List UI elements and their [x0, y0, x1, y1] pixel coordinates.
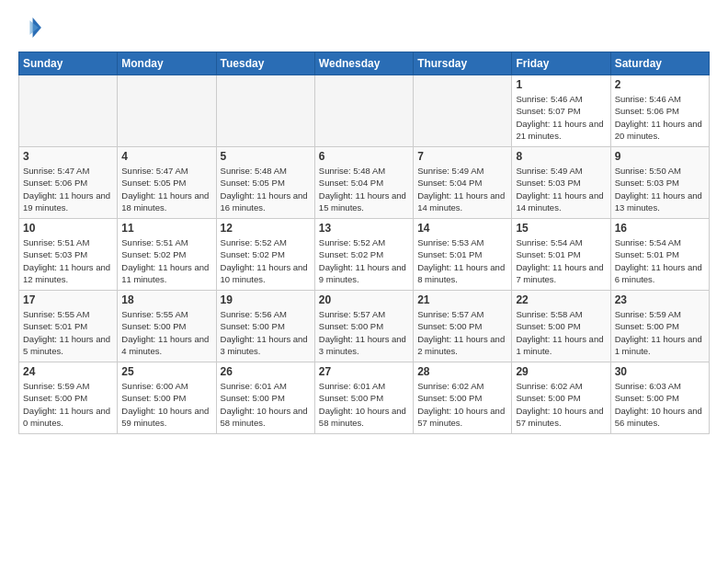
day-info: Sunrise: 6:02 AMSunset: 5:00 PMDaylight:… — [417, 380, 507, 429]
day-number: 28 — [417, 365, 507, 378]
day-info: Sunrise: 5:53 AMSunset: 5:01 PMDaylight:… — [417, 236, 507, 285]
calendar-day-cell: 26Sunrise: 6:01 AMSunset: 5:00 PMDayligh… — [216, 362, 314, 434]
day-number: 14 — [417, 222, 507, 235]
day-number: 8 — [516, 150, 606, 163]
day-info: Sunrise: 5:59 AMSunset: 5:00 PMDaylight:… — [23, 380, 113, 429]
day-info: Sunrise: 5:55 AMSunset: 5:01 PMDaylight:… — [23, 308, 113, 357]
day-number: 6 — [319, 150, 409, 163]
calendar-day-cell — [216, 75, 314, 147]
weekday-header: Friday — [512, 52, 610, 75]
day-number: 11 — [121, 222, 211, 235]
day-info: Sunrise: 6:01 AMSunset: 5:00 PMDaylight:… — [221, 380, 311, 429]
day-number: 10 — [23, 222, 113, 235]
calendar-day-cell: 8Sunrise: 5:49 AMSunset: 5:03 PMDaylight… — [512, 147, 610, 219]
calendar-day-cell: 14Sunrise: 5:53 AMSunset: 5:01 PMDayligh… — [414, 219, 512, 291]
calendar-day-cell: 22Sunrise: 5:58 AMSunset: 5:00 PMDayligh… — [512, 291, 610, 362]
calendar-day-cell: 21Sunrise: 5:57 AMSunset: 5:00 PMDayligh… — [414, 291, 512, 362]
calendar-day-cell: 28Sunrise: 6:02 AMSunset: 5:00 PMDayligh… — [414, 362, 512, 434]
day-number: 24 — [23, 365, 113, 378]
day-info: Sunrise: 5:51 AMSunset: 5:03 PMDaylight:… — [23, 236, 113, 285]
day-info: Sunrise: 5:55 AMSunset: 5:00 PMDaylight:… — [121, 308, 211, 357]
header — [18, 15, 710, 40]
day-info: Sunrise: 5:52 AMSunset: 5:02 PMDaylight:… — [319, 236, 409, 285]
calendar-week-row: 1Sunrise: 5:46 AMSunset: 5:07 PMDaylight… — [19, 75, 710, 147]
calendar-day-cell: 27Sunrise: 6:01 AMSunset: 5:00 PMDayligh… — [314, 362, 413, 434]
day-info: Sunrise: 5:57 AMSunset: 5:00 PMDaylight:… — [319, 308, 409, 357]
calendar-day-cell: 11Sunrise: 5:51 AMSunset: 5:02 PMDayligh… — [118, 219, 216, 291]
calendar-day-cell: 13Sunrise: 5:52 AMSunset: 5:02 PMDayligh… — [314, 219, 413, 291]
day-number: 29 — [516, 365, 606, 378]
page: SundayMondayTuesdayWednesdayThursdayFrid… — [0, 0, 728, 443]
day-info: Sunrise: 5:48 AMSunset: 5:05 PMDaylight:… — [221, 165, 311, 213]
day-info: Sunrise: 5:47 AMSunset: 5:05 PMDaylight:… — [121, 165, 211, 213]
day-info: Sunrise: 5:49 AMSunset: 5:04 PMDaylight:… — [417, 165, 507, 213]
calendar-day-cell: 29Sunrise: 6:02 AMSunset: 5:00 PMDayligh… — [512, 362, 610, 434]
calendar-day-cell: 2Sunrise: 5:46 AMSunset: 5:06 PMDaylight… — [610, 75, 709, 147]
day-info: Sunrise: 5:52 AMSunset: 5:02 PMDaylight:… — [221, 236, 311, 285]
day-number: 30 — [615, 365, 705, 378]
day-info: Sunrise: 6:02 AMSunset: 5:00 PMDaylight:… — [516, 380, 606, 429]
day-info: Sunrise: 5:46 AMSunset: 5:06 PMDaylight:… — [615, 93, 705, 142]
day-info: Sunrise: 5:50 AMSunset: 5:03 PMDaylight:… — [615, 165, 705, 213]
calendar-week-row: 24Sunrise: 5:59 AMSunset: 5:00 PMDayligh… — [19, 362, 710, 434]
calendar-day-cell: 9Sunrise: 5:50 AMSunset: 5:03 PMDaylight… — [610, 147, 709, 219]
calendar-day-cell: 30Sunrise: 6:03 AMSunset: 5:00 PMDayligh… — [610, 362, 709, 434]
weekday-header: Wednesday — [314, 52, 413, 75]
day-info: Sunrise: 5:46 AMSunset: 5:07 PMDaylight:… — [516, 93, 606, 142]
calendar-header-row: SundayMondayTuesdayWednesdayThursdayFrid… — [19, 52, 710, 75]
calendar-week-row: 17Sunrise: 5:55 AMSunset: 5:01 PMDayligh… — [19, 291, 710, 362]
day-info: Sunrise: 6:03 AMSunset: 5:00 PMDaylight:… — [615, 380, 705, 429]
weekday-header: Sunday — [19, 52, 118, 75]
calendar-day-cell: 10Sunrise: 5:51 AMSunset: 5:03 PMDayligh… — [19, 219, 118, 291]
calendar-day-cell: 24Sunrise: 5:59 AMSunset: 5:00 PMDayligh… — [19, 362, 118, 434]
calendar-day-cell: 1Sunrise: 5:46 AMSunset: 5:07 PMDaylight… — [512, 75, 610, 147]
day-number: 22 — [516, 293, 606, 306]
day-number: 2 — [615, 78, 705, 91]
calendar-day-cell: 15Sunrise: 5:54 AMSunset: 5:01 PMDayligh… — [512, 219, 610, 291]
day-info: Sunrise: 5:51 AMSunset: 5:02 PMDaylight:… — [121, 236, 211, 285]
calendar-day-cell: 12Sunrise: 5:52 AMSunset: 5:02 PMDayligh… — [216, 219, 314, 291]
day-info: Sunrise: 5:59 AMSunset: 5:00 PMDaylight:… — [615, 308, 705, 357]
calendar-day-cell — [414, 75, 512, 147]
day-info: Sunrise: 5:54 AMSunset: 5:01 PMDaylight:… — [516, 236, 606, 285]
day-number: 16 — [615, 222, 705, 235]
day-number: 3 — [23, 150, 113, 163]
day-number: 25 — [121, 365, 211, 378]
day-number: 9 — [615, 150, 705, 163]
calendar-week-row: 3Sunrise: 5:47 AMSunset: 5:06 PMDaylight… — [19, 147, 710, 219]
calendar-day-cell — [19, 75, 118, 147]
day-number: 21 — [417, 293, 507, 306]
calendar-day-cell — [118, 75, 216, 147]
calendar-day-cell: 16Sunrise: 5:54 AMSunset: 5:01 PMDayligh… — [610, 219, 709, 291]
calendar-day-cell: 25Sunrise: 6:00 AMSunset: 5:00 PMDayligh… — [118, 362, 216, 434]
day-number: 20 — [319, 293, 409, 306]
day-info: Sunrise: 5:57 AMSunset: 5:00 PMDaylight:… — [417, 308, 507, 357]
day-number: 17 — [23, 293, 113, 306]
weekday-header: Thursday — [414, 52, 512, 75]
day-info: Sunrise: 6:01 AMSunset: 5:00 PMDaylight:… — [319, 380, 409, 429]
weekday-header: Monday — [118, 52, 216, 75]
day-number: 13 — [319, 222, 409, 235]
calendar-day-cell: 6Sunrise: 5:48 AMSunset: 5:04 PMDaylight… — [314, 147, 413, 219]
day-number: 19 — [221, 293, 311, 306]
calendar-day-cell: 3Sunrise: 5:47 AMSunset: 5:06 PMDaylight… — [19, 147, 118, 219]
day-number: 4 — [121, 150, 211, 163]
day-number: 12 — [221, 222, 311, 235]
weekday-header: Tuesday — [216, 52, 314, 75]
day-info: Sunrise: 5:56 AMSunset: 5:00 PMDaylight:… — [221, 308, 311, 357]
day-info: Sunrise: 5:54 AMSunset: 5:01 PMDaylight:… — [615, 236, 705, 285]
calendar-day-cell: 7Sunrise: 5:49 AMSunset: 5:04 PMDaylight… — [414, 147, 512, 219]
day-number: 27 — [319, 365, 409, 378]
calendar-day-cell: 20Sunrise: 5:57 AMSunset: 5:00 PMDayligh… — [314, 291, 413, 362]
calendar-day-cell: 18Sunrise: 5:55 AMSunset: 5:00 PMDayligh… — [118, 291, 216, 362]
weekday-header: Saturday — [610, 52, 709, 75]
day-number: 18 — [121, 293, 211, 306]
day-number: 26 — [221, 365, 311, 378]
day-info: Sunrise: 6:00 AMSunset: 5:00 PMDaylight:… — [121, 380, 211, 429]
calendar-day-cell — [314, 75, 413, 147]
day-number: 7 — [417, 150, 507, 163]
day-info: Sunrise: 5:47 AMSunset: 5:06 PMDaylight:… — [23, 165, 113, 213]
day-info: Sunrise: 5:58 AMSunset: 5:00 PMDaylight:… — [516, 308, 606, 357]
day-number: 5 — [221, 150, 311, 163]
calendar-day-cell: 19Sunrise: 5:56 AMSunset: 5:00 PMDayligh… — [216, 291, 314, 362]
